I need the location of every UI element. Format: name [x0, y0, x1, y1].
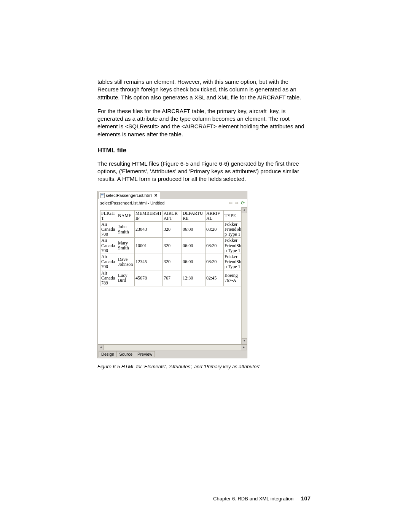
scroll-left-icon[interactable]: ◂	[98, 345, 104, 350]
th-name: NAME	[117, 210, 135, 221]
table-row: Air Canada 700 Mary Smith 10001 320 06:0…	[100, 238, 246, 254]
heading-html-file: HTML file	[97, 147, 311, 154]
th-membership: MEMBERSHIP	[135, 210, 163, 221]
scroll-down-icon[interactable]: ▾	[242, 338, 247, 344]
editor-tab[interactable]: selectPassengerList.html ✕	[99, 192, 160, 199]
editor-content: FLIGHT NAME MEMBERSHIP AIRCRAFT DEPARTUR…	[98, 207, 247, 344]
paragraph-2: For the these files for the AIRCRAFT tab…	[97, 107, 311, 138]
file-icon	[100, 193, 105, 198]
paragraph-3: The resulting HTML files (Figure 6-5 and…	[97, 160, 311, 183]
forward-arrow-icon[interactable]: ⇨	[235, 200, 239, 206]
scroll-up-icon[interactable]: ▴	[242, 207, 247, 213]
page-number: 107	[301, 495, 311, 502]
page-content: tables still remains an element. However…	[97, 72, 311, 369]
table-row: Air Canada 700 Dave Johnson 12345 320 06…	[100, 254, 246, 270]
refresh-icon[interactable]: ⟳	[241, 200, 245, 206]
table-row: Air Canada 789 Lucy Bird 45678 767 12:30…	[100, 270, 246, 286]
editor-bottom-tabs: Design Source Preview	[98, 350, 247, 358]
document-title: selectPassengerList.html - Untitled	[100, 201, 164, 205]
close-icon[interactable]: ✕	[154, 193, 158, 198]
passenger-table: FLIGHT NAME MEMBERSHIP AIRCRAFT DEPARTUR…	[100, 210, 246, 287]
tab-preview[interactable]: Preview	[135, 351, 155, 357]
th-flight: FLIGHT	[100, 210, 117, 221]
tab-source[interactable]: Source	[116, 351, 135, 357]
table-row: Air Canada 700 John Smith 23043 320 06:0…	[100, 221, 246, 238]
back-arrow-icon[interactable]: ⇦	[229, 200, 233, 206]
scroll-right-icon[interactable]: ▸	[241, 345, 247, 350]
th-arrival: ARRIVAL	[206, 210, 224, 221]
vertical-scrollbar[interactable]: ▴ ▾	[241, 207, 247, 344]
footer-chapter: Chapter 6. RDB and XML integration	[213, 496, 293, 502]
tab-design[interactable]: Design	[99, 351, 117, 357]
th-aircraft: AIRCRAFT	[163, 210, 182, 221]
horizontal-scrollbar[interactable]: ◂ ▸	[98, 344, 247, 350]
th-departure: DEPARTURE	[182, 210, 206, 221]
editor-window: selectPassengerList.html ✕ selectPasseng…	[97, 191, 247, 358]
hscroll-track[interactable]	[104, 345, 241, 350]
editor-tab-bar: selectPassengerList.html ✕	[98, 191, 247, 199]
editor-title-row: selectPassengerList.html - Untitled ⇦ ⇨ …	[98, 199, 247, 207]
table-header-row: FLIGHT NAME MEMBERSHIP AIRCRAFT DEPARTUR…	[100, 210, 246, 221]
editor-tab-label: selectPassengerList.html	[106, 193, 152, 198]
page-footer: Chapter 6. RDB and XML integration 107	[97, 495, 311, 502]
paragraph-1: tables still remains an element. However…	[97, 78, 311, 101]
figure-caption: Figure 6-5 HTML for 'Elements', 'Attribu…	[97, 364, 311, 369]
nav-icons-group: ⇦ ⇨ ⟳	[229, 200, 245, 206]
